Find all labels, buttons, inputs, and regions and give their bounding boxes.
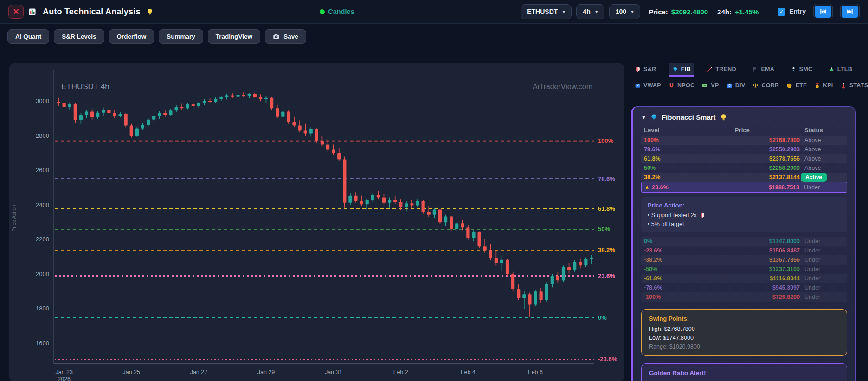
fib-row-price: $1357.7856 — [735, 257, 804, 263]
toolbar-button-orderflow[interactable]: Orderflow — [109, 29, 154, 44]
page-title: Auto Technical Analysis — [43, 7, 141, 17]
fib-line-label: 100% — [598, 137, 614, 144]
medal-icon — [814, 83, 820, 89]
toolbar-button-ai-quant[interactable]: Ai Quant — [7, 29, 49, 44]
fib-row-price: $2768.7800 — [735, 137, 804, 143]
symbol-select[interactable]: ETHUSDT ▾ — [521, 4, 572, 19]
candle-body — [74, 104, 77, 120]
candle-body — [573, 262, 576, 270]
candle-body — [551, 276, 554, 284]
tab-kpi[interactable]: KPI — [810, 79, 837, 93]
tab-fib[interactable]: FIB — [669, 63, 694, 77]
lightbulb-icon — [146, 8, 154, 15]
chart-watermark: AiTraderView.com — [533, 83, 592, 90]
skip-to-end-button[interactable] — [840, 4, 860, 19]
candle-body — [113, 113, 116, 116]
fib-row-price: $1988.7513 — [734, 184, 804, 191]
tab-label: TREND — [715, 66, 736, 72]
tab-label: KPI — [823, 82, 833, 89]
tab-smc[interactable]: SMC — [787, 63, 817, 77]
candle-body — [304, 131, 307, 134]
swing-line: Range: $1020.9800 — [649, 343, 839, 350]
candle-body — [584, 259, 587, 265]
candle-body — [107, 110, 110, 113]
candle-body — [517, 289, 520, 298]
candle-body — [382, 197, 386, 202]
tab-vp[interactable]: VP — [698, 79, 722, 93]
lightbulb-icon — [720, 113, 727, 121]
fib-row-status: Under — [804, 238, 844, 245]
fib-row-level: 61.8% — [644, 155, 735, 162]
fib-row-price: $1116.8344 — [735, 275, 804, 282]
timeframe-select[interactable]: 4h ▾ — [576, 4, 604, 19]
fib-row-status: Under — [804, 257, 844, 263]
bluechip-icon — [635, 83, 641, 89]
tab-vwap[interactable]: VWAP — [631, 79, 665, 93]
fib-row-status: Above — [804, 137, 844, 143]
price-value: $2092.4800 — [671, 8, 708, 16]
fib-row-price: $2258.2900 — [735, 165, 804, 171]
candle-body — [163, 113, 167, 115]
lookback-select[interactable]: 100 ▾ — [609, 4, 640, 19]
y-tick-label: 2200 — [36, 236, 49, 243]
swing-line: High: $2768.7800 — [649, 326, 839, 332]
entry-label: Entry — [789, 8, 806, 15]
change-value: +1.45% — [735, 8, 759, 16]
tab-label: NPOC — [677, 82, 694, 89]
fib-row-status: Under — [804, 294, 844, 300]
tab-sr[interactable]: S&R — [631, 63, 660, 77]
skip-to-start-button[interactable] — [813, 4, 833, 19]
chevron-down-icon: ▾ — [631, 8, 634, 15]
fib-line-label: 50% — [598, 226, 610, 232]
tab-npoc[interactable]: NPOC — [665, 79, 698, 93]
tab-label: EMA — [761, 66, 774, 72]
tab-etf[interactable]: ETF — [783, 79, 810, 93]
candle-body — [57, 102, 60, 103]
save-button[interactable]: Save — [265, 29, 306, 44]
chevron-down-icon: ▾ — [562, 8, 565, 15]
toolbar-button-s-r-levels[interactable]: S&R Levels — [54, 29, 104, 44]
diamond-icon — [672, 66, 678, 72]
tab-label: DIV — [735, 82, 746, 89]
col-status: Status — [804, 127, 844, 134]
toolbar-button-summary[interactable]: Summary — [159, 29, 203, 44]
candle-body — [79, 115, 83, 120]
tab-corr[interactable]: CORR — [749, 79, 783, 93]
tab-ltlb[interactable]: LTLB — [825, 63, 856, 77]
candle-body — [477, 232, 481, 246]
tab-trend[interactable]: TREND — [703, 63, 740, 77]
candle-body — [371, 195, 374, 200]
collapse-arrow-icon: ▼ — [641, 115, 646, 120]
tab-stats[interactable]: STATS — [837, 79, 868, 93]
candle-body — [556, 276, 559, 281]
close-button[interactable]: ✕ — [8, 5, 24, 19]
fib-rows-upper: 100%$2768.7800Above78.6%$2550.2903Above6… — [641, 136, 847, 193]
fibonacci-panel-header[interactable]: ▼ Fibonacci Smart — [641, 113, 847, 121]
chart-svg: 16001800200022002400260028003000Price Ac… — [9, 63, 624, 381]
entry-checkbox[interactable]: ✓ — [778, 8, 785, 16]
tab-div[interactable]: DIV — [723, 79, 749, 93]
candle-body — [180, 107, 184, 108]
toolbar-button-tradingview[interactable]: TradingView — [208, 29, 260, 44]
y-tick-label: 1800 — [36, 305, 49, 312]
fib-level-row: 0%$1747.8000Under — [641, 237, 847, 246]
candle-body — [169, 110, 172, 115]
entry-toggle[interactable]: ✓ Entry — [778, 8, 806, 16]
shield-icon — [700, 213, 705, 218]
candlestick-chart[interactable]: 16001800200022002400260028003000Price Ac… — [9, 63, 624, 381]
fib-row-level: 78.6% — [644, 146, 735, 153]
fib-row-price: $1237.3100 — [735, 266, 804, 272]
tab-ema[interactable]: EMA — [748, 63, 778, 77]
triangle-icon — [829, 66, 835, 72]
swing-points-title: Swing Points: — [649, 315, 839, 322]
y-tick-label: 1600 — [36, 340, 49, 347]
fib-line-label: 38.2% — [598, 246, 615, 253]
candle-body — [337, 153, 341, 159]
candle-body — [236, 95, 239, 97]
price-action-item: • Support tested 2x — [648, 212, 841, 219]
x-tick-label: Feb 2 — [393, 369, 408, 375]
price-action-item: • 5% off target — [648, 221, 841, 227]
candle-body — [332, 150, 335, 153]
tab-label: ETF — [795, 82, 807, 89]
candle-body — [438, 210, 442, 223]
